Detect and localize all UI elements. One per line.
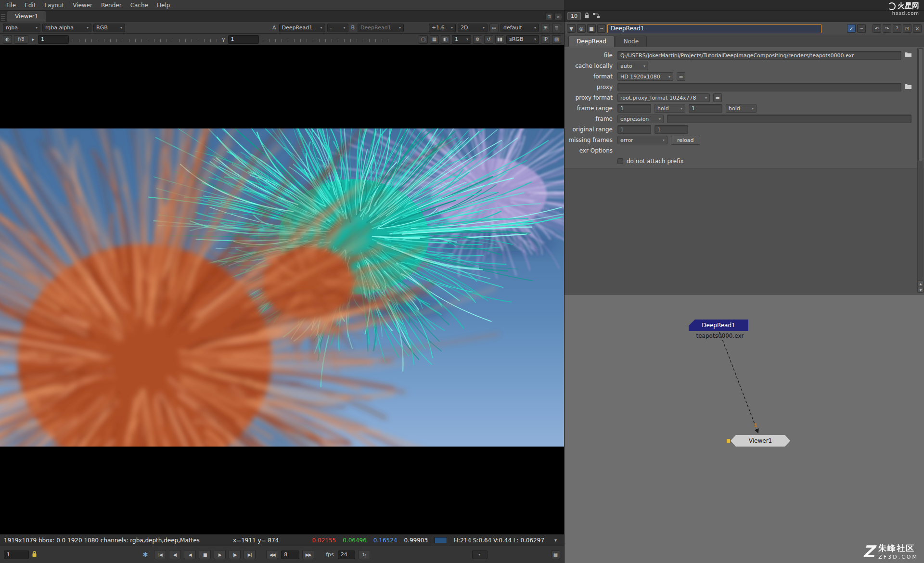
ab-blend-dropdown[interactable]: - ▾ bbox=[327, 24, 348, 32]
zoom-level-dropdown[interactable]: ÷1.6 ▾ bbox=[429, 24, 456, 32]
do-not-attach-prefix-checkbox[interactable] bbox=[617, 158, 623, 164]
node-viewer1[interactable]: Viewer1 bbox=[731, 435, 790, 447]
dimension-mode-dropdown[interactable]: 2D ▾ bbox=[458, 24, 488, 32]
redo-icon[interactable]: ↷ bbox=[883, 24, 891, 33]
jump-forward-button[interactable]: ▶▶ bbox=[302, 550, 314, 559]
format-equals-button[interactable]: = bbox=[677, 72, 685, 81]
viewer-rows-icon[interactable]: ≣ bbox=[552, 24, 561, 32]
max-panels-input[interactable]: 10 bbox=[567, 12, 581, 20]
frame-mode-dropdown[interactable]: expression ▾ bbox=[617, 115, 664, 123]
file-browse-icon[interactable] bbox=[905, 52, 911, 59]
reload-button[interactable]: reload bbox=[671, 136, 700, 145]
help-icon[interactable]: ? bbox=[893, 24, 901, 33]
node-deepread1[interactable]: DeepRead1 bbox=[689, 320, 748, 331]
goto-start-button[interactable]: |◀ bbox=[154, 550, 166, 559]
missing-frames-dropdown[interactable]: error ▾ bbox=[617, 136, 667, 144]
proxy-input[interactable] bbox=[617, 83, 901, 91]
loop-mode-icon[interactable]: ↻ bbox=[358, 550, 370, 559]
frame-range-start-input[interactable]: 1 bbox=[617, 104, 651, 113]
tab-node[interactable]: Node bbox=[616, 36, 647, 47]
node-graph[interactable]: DeepRead1 teapots0000.exr 1 Viewer1 Z 朱峰… bbox=[565, 294, 924, 563]
playback-sync-icon[interactable]: ✱ bbox=[139, 550, 151, 559]
original-range-last-input[interactable]: 1 bbox=[654, 125, 688, 134]
panel-grip[interactable] bbox=[1, 13, 5, 21]
panel-close-icon[interactable]: × bbox=[554, 13, 562, 20]
roi-icon[interactable]: ▢ bbox=[419, 35, 428, 44]
viewer-lut-dropdown[interactable]: sRGB ▾ bbox=[506, 35, 539, 44]
panel-layout-icon[interactable]: ⊞ bbox=[545, 13, 553, 20]
channels-check-icon[interactable]: ✓ bbox=[847, 24, 856, 33]
frame-range-end-input[interactable]: 1 bbox=[689, 104, 722, 113]
diagonal-stripes-icon[interactable]: ▨ bbox=[552, 35, 561, 44]
goto-end-button[interactable]: ▶| bbox=[244, 550, 256, 559]
play-forward-button[interactable]: ▶ bbox=[214, 550, 226, 559]
stop-button[interactable]: ■ bbox=[199, 550, 211, 559]
input-process-button[interactable]: IP bbox=[541, 35, 550, 44]
gain-input[interactable]: 1 bbox=[38, 35, 69, 44]
file-input[interactable]: Q:/USERS/JokerMartini/Projects/TutorialD… bbox=[617, 51, 901, 60]
proxy-browse-icon[interactable] bbox=[905, 84, 911, 90]
curve-editor-icon[interactable]: ~ bbox=[857, 24, 866, 33]
menu-help[interactable]: Help bbox=[153, 1, 174, 10]
tab-deepread[interactable]: DeepRead bbox=[568, 36, 615, 47]
fstop-button[interactable]: f/8 bbox=[14, 35, 28, 44]
a-input-dropdown[interactable]: DeepRead1 ▾ bbox=[279, 24, 325, 32]
viewer-grid-icon[interactable]: ⊞ bbox=[541, 24, 550, 32]
downrez-dropdown[interactable]: default ▾ bbox=[500, 24, 539, 32]
properties-scrollbar[interactable]: ▲ ▼ bbox=[917, 48, 924, 293]
monitor-output-icon[interactable]: ▭ bbox=[489, 24, 499, 32]
scroll-down-icon[interactable]: ▼ bbox=[918, 287, 924, 293]
pause-icon[interactable]: ▮▮ bbox=[495, 35, 504, 44]
proxy-level-dropdown[interactable]: 1 ▾ bbox=[452, 35, 471, 44]
fps-input[interactable]: 24 bbox=[338, 550, 355, 559]
b-input-dropdown[interactable]: DeepRead1 ▾ bbox=[358, 24, 404, 32]
node-name-field[interactable]: DeepRead1 bbox=[607, 24, 821, 33]
checkerboard-icon[interactable]: ▦ bbox=[430, 35, 439, 44]
gear-icon[interactable]: ⚙ bbox=[473, 35, 482, 44]
undo-icon[interactable]: ↶ bbox=[873, 24, 881, 33]
node-menu-icon[interactable]: ▼ bbox=[567, 24, 576, 33]
proxy-format-dropdown[interactable]: root.proxy_format 1024x778 ▾ bbox=[617, 93, 710, 102]
original-range-first-input[interactable]: 1 bbox=[617, 125, 651, 134]
frame-range-start-mode-dropdown[interactable]: hold ▾ bbox=[654, 104, 685, 113]
gamma-slider[interactable] bbox=[263, 39, 393, 42]
viewer-canvas[interactable] bbox=[0, 45, 564, 534]
layer-dropdown[interactable]: rgba ▾ bbox=[3, 24, 40, 32]
display-mode-dropdown[interactable]: RGB ▾ bbox=[93, 24, 125, 32]
play-backward-button[interactable]: ◀ bbox=[184, 550, 196, 559]
format-dropdown[interactable]: HD 1920x1080 ▾ bbox=[617, 72, 673, 81]
gain-slider[interactable] bbox=[73, 39, 217, 42]
scrollbar-thumb[interactable] bbox=[918, 49, 923, 161]
lock-panels-icon[interactable] bbox=[584, 13, 590, 20]
close-panel-icon[interactable]: × bbox=[913, 24, 922, 33]
gamma-input[interactable]: 1 bbox=[228, 35, 259, 44]
current-frame-input[interactable]: 1 bbox=[4, 550, 29, 559]
prev-keyframe-button[interactable]: ◀| bbox=[169, 550, 181, 559]
wipe-icon[interactable]: ◧ bbox=[441, 35, 450, 44]
frame-lock-icon[interactable] bbox=[32, 551, 37, 559]
float-panel-icon[interactable]: ⊡ bbox=[903, 24, 911, 33]
scroll-up-icon[interactable]: ▲ bbox=[918, 281, 924, 286]
panel-corner-icon[interactable]: ▦ bbox=[551, 550, 560, 559]
menu-file[interactable]: File bbox=[2, 1, 20, 10]
center-in-dag-icon[interactable]: ◎ bbox=[577, 24, 586, 33]
frame-increment-input[interactable]: 8 bbox=[281, 550, 299, 559]
next-keyframe-button[interactable]: |▶ bbox=[229, 550, 241, 559]
tab-viewer1[interactable]: Viewer1 bbox=[7, 11, 46, 22]
refresh-icon[interactable]: ↺ bbox=[484, 35, 493, 44]
frame-range-end-mode-dropdown[interactable]: hold ▾ bbox=[726, 104, 757, 113]
menu-render[interactable]: Render bbox=[97, 1, 126, 10]
clear-panels-icon[interactable] bbox=[593, 13, 600, 20]
menu-edit[interactable]: Edit bbox=[20, 1, 40, 10]
status-dropdown-icon[interactable]: ▾ bbox=[551, 536, 560, 545]
node-color-swatch[interactable]: ■ bbox=[587, 24, 596, 33]
cache-locally-dropdown[interactable]: auto ▾ bbox=[617, 62, 648, 70]
alpha-layer-dropdown[interactable]: rgba.alpha ▾ bbox=[42, 24, 91, 32]
proxy-format-equals-button[interactable]: = bbox=[713, 93, 722, 102]
rendered-image[interactable] bbox=[0, 128, 564, 447]
menu-cache[interactable]: Cache bbox=[126, 1, 153, 10]
key-all-icon[interactable]: ~ bbox=[597, 24, 606, 33]
jump-back-button[interactable]: ◀◀ bbox=[266, 550, 278, 559]
playback-range-dropdown[interactable]: ▾ bbox=[472, 550, 488, 559]
exposure-toggle-icon[interactable]: ◐ bbox=[3, 35, 12, 44]
